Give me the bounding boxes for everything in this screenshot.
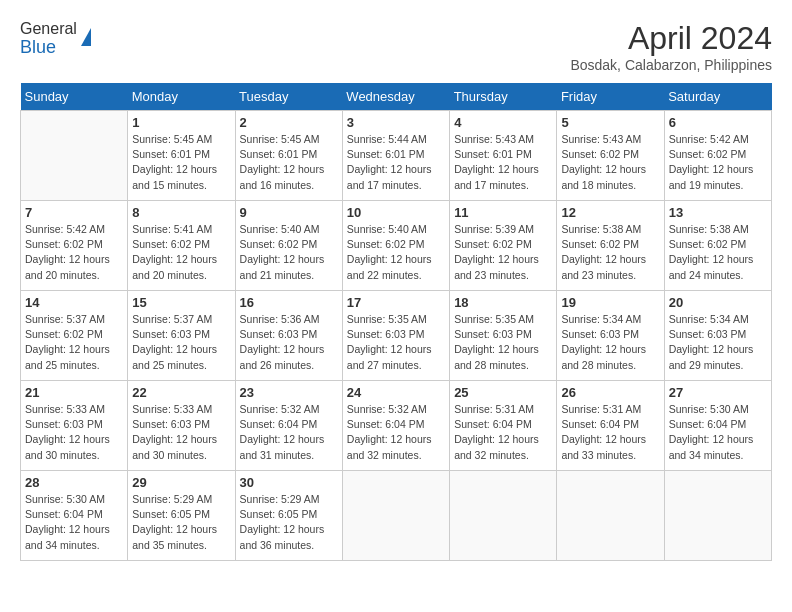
day-number: 21 [25, 385, 123, 400]
column-header-sunday: Sunday [21, 83, 128, 111]
day-number: 22 [132, 385, 230, 400]
calendar-cell: 21Sunrise: 5:33 AM Sunset: 6:03 PM Dayli… [21, 381, 128, 471]
day-info: Sunrise: 5:45 AM Sunset: 6:01 PM Dayligh… [240, 132, 338, 193]
calendar-cell: 27Sunrise: 5:30 AM Sunset: 6:04 PM Dayli… [664, 381, 771, 471]
day-number: 30 [240, 475, 338, 490]
day-number: 28 [25, 475, 123, 490]
calendar-cell: 1Sunrise: 5:45 AM Sunset: 6:01 PM Daylig… [128, 111, 235, 201]
day-number: 12 [561, 205, 659, 220]
calendar-cell: 14Sunrise: 5:37 AM Sunset: 6:02 PM Dayli… [21, 291, 128, 381]
column-header-monday: Monday [128, 83, 235, 111]
calendar-cell: 26Sunrise: 5:31 AM Sunset: 6:04 PM Dayli… [557, 381, 664, 471]
day-number: 9 [240, 205, 338, 220]
calendar-cell: 24Sunrise: 5:32 AM Sunset: 6:04 PM Dayli… [342, 381, 449, 471]
day-info: Sunrise: 5:33 AM Sunset: 6:03 PM Dayligh… [25, 402, 123, 463]
logo-triangle-icon [81, 28, 91, 46]
day-info: Sunrise: 5:35 AM Sunset: 6:03 PM Dayligh… [454, 312, 552, 373]
calendar-cell: 29Sunrise: 5:29 AM Sunset: 6:05 PM Dayli… [128, 471, 235, 561]
day-number: 13 [669, 205, 767, 220]
calendar-cell: 18Sunrise: 5:35 AM Sunset: 6:03 PM Dayli… [450, 291, 557, 381]
calendar-cell: 30Sunrise: 5:29 AM Sunset: 6:05 PM Dayli… [235, 471, 342, 561]
day-info: Sunrise: 5:45 AM Sunset: 6:01 PM Dayligh… [132, 132, 230, 193]
calendar-cell: 17Sunrise: 5:35 AM Sunset: 6:03 PM Dayli… [342, 291, 449, 381]
day-info: Sunrise: 5:38 AM Sunset: 6:02 PM Dayligh… [669, 222, 767, 283]
day-number: 5 [561, 115, 659, 130]
day-number: 25 [454, 385, 552, 400]
calendar-cell: 5Sunrise: 5:43 AM Sunset: 6:02 PM Daylig… [557, 111, 664, 201]
day-info: Sunrise: 5:38 AM Sunset: 6:02 PM Dayligh… [561, 222, 659, 283]
day-number: 3 [347, 115, 445, 130]
day-number: 14 [25, 295, 123, 310]
day-info: Sunrise: 5:30 AM Sunset: 6:04 PM Dayligh… [25, 492, 123, 553]
day-info: Sunrise: 5:43 AM Sunset: 6:02 PM Dayligh… [561, 132, 659, 193]
day-number: 27 [669, 385, 767, 400]
calendar-cell: 7Sunrise: 5:42 AM Sunset: 6:02 PM Daylig… [21, 201, 128, 291]
day-info: Sunrise: 5:29 AM Sunset: 6:05 PM Dayligh… [240, 492, 338, 553]
day-info: Sunrise: 5:42 AM Sunset: 6:02 PM Dayligh… [25, 222, 123, 283]
calendar-cell: 28Sunrise: 5:30 AM Sunset: 6:04 PM Dayli… [21, 471, 128, 561]
calendar-cell [21, 111, 128, 201]
column-header-tuesday: Tuesday [235, 83, 342, 111]
logo-blue: Blue [20, 38, 77, 58]
calendar-cell: 9Sunrise: 5:40 AM Sunset: 6:02 PM Daylig… [235, 201, 342, 291]
day-number: 1 [132, 115, 230, 130]
day-number: 19 [561, 295, 659, 310]
column-header-wednesday: Wednesday [342, 83, 449, 111]
day-info: Sunrise: 5:33 AM Sunset: 6:03 PM Dayligh… [132, 402, 230, 463]
calendar-cell: 15Sunrise: 5:37 AM Sunset: 6:03 PM Dayli… [128, 291, 235, 381]
day-info: Sunrise: 5:34 AM Sunset: 6:03 PM Dayligh… [561, 312, 659, 373]
day-number: 29 [132, 475, 230, 490]
title-block: April 2024 Bosdak, Calabarzon, Philippin… [570, 20, 772, 73]
calendar-cell [557, 471, 664, 561]
day-number: 8 [132, 205, 230, 220]
day-info: Sunrise: 5:37 AM Sunset: 6:02 PM Dayligh… [25, 312, 123, 373]
calendar-cell: 16Sunrise: 5:36 AM Sunset: 6:03 PM Dayli… [235, 291, 342, 381]
page-header: General Blue April 2024 Bosdak, Calabarz… [20, 20, 772, 73]
day-info: Sunrise: 5:32 AM Sunset: 6:04 PM Dayligh… [240, 402, 338, 463]
calendar-cell: 25Sunrise: 5:31 AM Sunset: 6:04 PM Dayli… [450, 381, 557, 471]
day-info: Sunrise: 5:41 AM Sunset: 6:02 PM Dayligh… [132, 222, 230, 283]
day-info: Sunrise: 5:39 AM Sunset: 6:02 PM Dayligh… [454, 222, 552, 283]
calendar-week-row: 14Sunrise: 5:37 AM Sunset: 6:02 PM Dayli… [21, 291, 772, 381]
calendar-week-row: 7Sunrise: 5:42 AM Sunset: 6:02 PM Daylig… [21, 201, 772, 291]
calendar-cell: 6Sunrise: 5:42 AM Sunset: 6:02 PM Daylig… [664, 111, 771, 201]
calendar-cell: 23Sunrise: 5:32 AM Sunset: 6:04 PM Dayli… [235, 381, 342, 471]
day-number: 11 [454, 205, 552, 220]
day-info: Sunrise: 5:40 AM Sunset: 6:02 PM Dayligh… [347, 222, 445, 283]
day-number: 17 [347, 295, 445, 310]
calendar-week-row: 21Sunrise: 5:33 AM Sunset: 6:03 PM Dayli… [21, 381, 772, 471]
day-info: Sunrise: 5:31 AM Sunset: 6:04 PM Dayligh… [561, 402, 659, 463]
calendar-cell: 8Sunrise: 5:41 AM Sunset: 6:02 PM Daylig… [128, 201, 235, 291]
day-number: 6 [669, 115, 767, 130]
calendar-cell: 10Sunrise: 5:40 AM Sunset: 6:02 PM Dayli… [342, 201, 449, 291]
calendar-week-row: 28Sunrise: 5:30 AM Sunset: 6:04 PM Dayli… [21, 471, 772, 561]
location-subtitle: Bosdak, Calabarzon, Philippines [570, 57, 772, 73]
day-info: Sunrise: 5:29 AM Sunset: 6:05 PM Dayligh… [132, 492, 230, 553]
day-info: Sunrise: 5:34 AM Sunset: 6:03 PM Dayligh… [669, 312, 767, 373]
day-number: 18 [454, 295, 552, 310]
calendar-cell: 3Sunrise: 5:44 AM Sunset: 6:01 PM Daylig… [342, 111, 449, 201]
day-number: 20 [669, 295, 767, 310]
calendar-cell: 4Sunrise: 5:43 AM Sunset: 6:01 PM Daylig… [450, 111, 557, 201]
day-number: 24 [347, 385, 445, 400]
day-info: Sunrise: 5:32 AM Sunset: 6:04 PM Dayligh… [347, 402, 445, 463]
calendar-cell [342, 471, 449, 561]
day-info: Sunrise: 5:36 AM Sunset: 6:03 PM Dayligh… [240, 312, 338, 373]
calendar-cell [450, 471, 557, 561]
day-number: 16 [240, 295, 338, 310]
day-info: Sunrise: 5:37 AM Sunset: 6:03 PM Dayligh… [132, 312, 230, 373]
calendar-cell: 22Sunrise: 5:33 AM Sunset: 6:03 PM Dayli… [128, 381, 235, 471]
calendar-week-row: 1Sunrise: 5:45 AM Sunset: 6:01 PM Daylig… [21, 111, 772, 201]
calendar-cell: 2Sunrise: 5:45 AM Sunset: 6:01 PM Daylig… [235, 111, 342, 201]
day-number: 7 [25, 205, 123, 220]
calendar-cell [664, 471, 771, 561]
day-number: 23 [240, 385, 338, 400]
day-info: Sunrise: 5:30 AM Sunset: 6:04 PM Dayligh… [669, 402, 767, 463]
day-number: 2 [240, 115, 338, 130]
calendar-table: SundayMondayTuesdayWednesdayThursdayFrid… [20, 83, 772, 561]
day-info: Sunrise: 5:35 AM Sunset: 6:03 PM Dayligh… [347, 312, 445, 373]
logo-text: General Blue [20, 20, 77, 57]
calendar-cell: 19Sunrise: 5:34 AM Sunset: 6:03 PM Dayli… [557, 291, 664, 381]
day-info: Sunrise: 5:44 AM Sunset: 6:01 PM Dayligh… [347, 132, 445, 193]
calendar-cell: 11Sunrise: 5:39 AM Sunset: 6:02 PM Dayli… [450, 201, 557, 291]
